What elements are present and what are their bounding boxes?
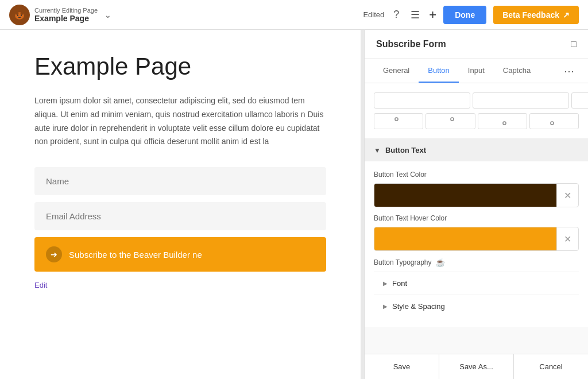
save-as-button[interactable]: Save As...: [439, 354, 514, 379]
panel-tabs: General Button Input Captcha ⋯: [365, 59, 588, 83]
tab-input[interactable]: Input: [459, 59, 494, 83]
svg-rect-6: [395, 118, 398, 121]
padding-top-input[interactable]: [374, 92, 470, 109]
hover-color-label: Button Text Hover Color: [374, 214, 579, 222]
topbar-page-name: Example Page: [34, 14, 98, 23]
svg-rect-9: [551, 122, 554, 125]
add-button[interactable]: +: [429, 7, 436, 22]
name-input[interactable]: [34, 167, 326, 195]
right-panel: Subscribe Form □ General Button Input Ca…: [364, 30, 588, 379]
logo: [9, 5, 30, 25]
done-button[interactable]: Done: [443, 6, 486, 24]
minimize-button[interactable]: □: [571, 39, 577, 49]
topbar-subtitle: Currently Editing Page: [34, 7, 98, 14]
corner-tl[interactable]: [374, 113, 423, 129]
page-body: Lorem ipsum dolor sit amet, consectetur …: [34, 94, 326, 149]
tab-captcha[interactable]: Captcha: [494, 59, 540, 83]
style-spacing-label: Style & Spacing: [392, 302, 445, 311]
section-content: Button Text Color ✕ Button Text Hover Co…: [365, 161, 588, 327]
edited-label: Edited: [363, 10, 384, 19]
section-chevron-icon: ▼: [374, 146, 381, 154]
cancel-button[interactable]: Cancel: [514, 354, 588, 379]
style-spacing-collapsible: ▶ Style & Spacing: [374, 295, 579, 318]
text-color-swatch[interactable]: [374, 184, 556, 207]
corner-tr[interactable]: [425, 113, 475, 129]
button-text-section-header[interactable]: ▼ Button Text: [365, 139, 588, 161]
padding-row: px: [374, 92, 579, 109]
corner-br[interactable]: [478, 113, 527, 129]
beta-feedback-button[interactable]: Beta Feedback ↗: [493, 6, 579, 24]
svg-point-3: [21, 12, 24, 15]
panel-title: Subscribe Form: [376, 39, 446, 49]
text-color-clear-button[interactable]: ✕: [556, 184, 578, 207]
panel-body: px: [365, 83, 588, 354]
email-input[interactable]: [34, 202, 326, 230]
save-button[interactable]: Save: [365, 354, 439, 379]
subscribe-form: ➔ Subscribe to the Beaver Builder ne: [34, 167, 326, 272]
style-spacing-collapsible-header[interactable]: ▶ Style & Spacing: [374, 295, 579, 318]
tab-button[interactable]: Button: [419, 59, 459, 83]
subscribe-button-text: Subscribe to the Beaver Builder ne: [69, 250, 202, 260]
svg-point-4: [17, 14, 18, 16]
help-button[interactable]: ?: [391, 6, 401, 23]
svg-point-5: [21, 14, 22, 16]
font-collapsible: ▶ Font: [374, 272, 579, 295]
text-color-label: Button Text Color: [374, 171, 579, 179]
page-title: Example Page: [34, 53, 326, 80]
section-title: Button Text: [385, 146, 426, 154]
typography-label-block: Button Typography ☕: [374, 258, 579, 267]
panel-footer: Save Save As... Cancel: [365, 354, 588, 379]
arrow-icon: ➔: [46, 246, 62, 262]
hover-color-swatch[interactable]: [374, 227, 556, 250]
tab-general[interactable]: General: [374, 59, 419, 83]
typography-label-text: Button Typography: [374, 258, 432, 266]
main-content: Example Page Lorem ipsum dolor sit amet,…: [0, 30, 588, 379]
monitor-icon: ☕: [435, 258, 445, 267]
edit-link[interactable]: Edit: [34, 281, 47, 289]
padding-right-input[interactable]: [473, 92, 569, 109]
topbar-title-block: Currently Editing Page Example Page: [34, 7, 98, 23]
tabs-more-button[interactable]: ⋯: [559, 60, 579, 82]
hover-color-field: ✕: [374, 227, 579, 251]
hover-color-clear-button[interactable]: ✕: [556, 227, 578, 250]
svg-point-2: [16, 12, 19, 15]
external-link-icon: ↗: [563, 10, 570, 20]
topbar-chevron-icon[interactable]: ⌄: [105, 10, 111, 20]
font-chevron-icon: ▶: [383, 280, 388, 287]
page-area: Example Page Lorem ipsum dolor sit amet,…: [0, 30, 361, 379]
text-color-field: ✕: [374, 183, 579, 207]
list-button[interactable]: ☰: [408, 6, 422, 24]
font-label: Font: [392, 279, 407, 288]
subscribe-button[interactable]: ➔ Subscribe to the Beaver Builder ne: [34, 237, 326, 272]
topbar-left: Currently Editing Page Example Page ⌄: [9, 5, 111, 25]
padding-bottom-input[interactable]: [571, 92, 588, 109]
svg-rect-8: [503, 122, 506, 125]
topbar: Currently Editing Page Example Page ⌄ Ed…: [0, 0, 588, 30]
corner-row: [374, 113, 579, 129]
svg-rect-7: [451, 118, 454, 121]
padding-controls: px: [365, 83, 588, 139]
panel-header: Subscribe Form □: [365, 30, 588, 59]
corner-bl[interactable]: [529, 113, 579, 129]
style-chevron-icon: ▶: [383, 303, 388, 310]
topbar-right: Edited ? ☰ + Done Beta Feedback ↗: [363, 6, 579, 24]
font-collapsible-header[interactable]: ▶ Font: [374, 272, 579, 295]
